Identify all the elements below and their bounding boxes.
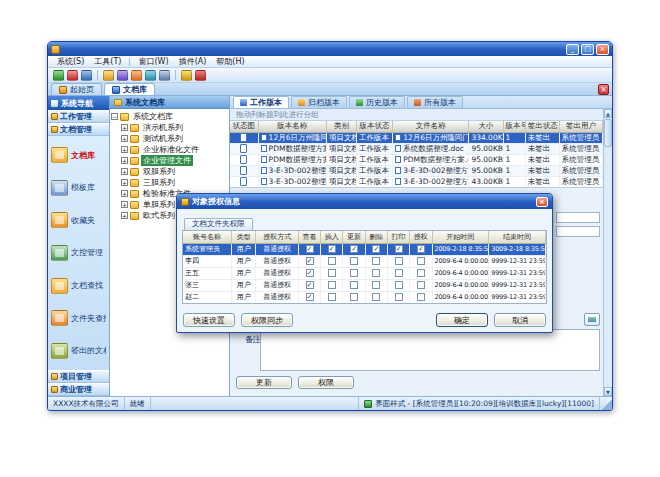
print-checkbox[interactable] <box>395 245 403 253</box>
permission-sync-button[interactable]: 权限同步 <box>241 313 293 327</box>
table-row[interactable]: PDM数据整理方案 项目文档 工作版本 系统数据整理.doc 95.00KB 1… <box>230 143 603 154</box>
detail-field[interactable] <box>556 212 600 223</box>
menu-plugins[interactable]: 插件(A) <box>174 56 212 67</box>
remark-textarea[interactable] <box>260 329 600 371</box>
grid-icon[interactable] <box>159 70 170 81</box>
expand-icon[interactable] <box>121 124 128 131</box>
expand-icon[interactable] <box>121 179 128 186</box>
menu-system[interactable]: 系统(S) <box>52 56 89 67</box>
col-version-no[interactable]: 版本号 <box>503 121 525 132</box>
browse-button[interactable] <box>584 313 600 326</box>
col-size[interactable]: 大小 <box>469 121 503 132</box>
menu-tools[interactable]: 工具(T) <box>89 56 126 67</box>
expand-icon[interactable] <box>121 212 128 219</box>
col-version-state[interactable]: 版本状态 <box>356 121 392 132</box>
tree-node-root[interactable]: 系统文档库 <box>111 111 228 122</box>
tree-node-selected[interactable]: 企业管理文件 <box>121 155 228 166</box>
nav-item-doc-search[interactable]: 文档查找 <box>50 272 107 300</box>
update-checkbox[interactable] <box>350 293 358 301</box>
tree-node[interactable]: 测试机系列 <box>121 133 228 144</box>
delete-checkbox[interactable] <box>372 257 380 265</box>
menu-help[interactable]: 帮助(H) <box>211 56 249 67</box>
tab-document-library[interactable]: 文档库 <box>104 83 155 95</box>
folder-icon[interactable] <box>103 70 114 81</box>
col-end-time[interactable]: 结束时间 <box>489 231 546 243</box>
col-start-time[interactable]: 开始时间 <box>432 231 489 243</box>
chart-icon[interactable] <box>131 70 142 81</box>
print-checkbox[interactable] <box>395 293 403 301</box>
delete-checkbox[interactable] <box>372 269 380 277</box>
perm-row[interactable]: 李四 用户 普通授权 2009-6-4 0:00:00 9999-12-31 2… <box>183 255 546 267</box>
update-checkbox[interactable] <box>350 269 358 277</box>
authorize-checkbox[interactable] <box>417 245 425 253</box>
col-file-name[interactable]: 文件名称 <box>393 121 469 132</box>
table-row[interactable]: 3-E-3D-002整理方案.C 项目文档 工作版本 3-E-3D-002整理方… <box>230 176 603 187</box>
print-checkbox[interactable] <box>395 269 403 277</box>
detail-field[interactable] <box>556 226 600 237</box>
close-tab-button[interactable] <box>598 84 609 95</box>
insert-checkbox[interactable] <box>328 245 336 253</box>
col-update[interactable]: 更新 <box>343 231 365 243</box>
menu-window[interactable]: 窗口(W) <box>133 56 173 67</box>
tab-work-version[interactable]: 工作版本 <box>233 96 289 108</box>
update-checkbox[interactable] <box>350 245 358 253</box>
view-checkbox[interactable] <box>306 293 314 301</box>
nav-item-template-library[interactable]: 模板库 <box>50 174 107 202</box>
home-icon[interactable] <box>81 70 92 81</box>
mail-icon[interactable] <box>67 70 78 81</box>
view-checkbox[interactable] <box>306 257 314 265</box>
maximize-button[interactable] <box>581 44 594 55</box>
exit-icon[interactable] <box>195 70 206 81</box>
nav-group-business[interactable]: 商业管理 <box>48 383 109 396</box>
tree-panel-header[interactable]: 系统文档库 <box>110 96 229 109</box>
nav-group-project[interactable]: 项目管理 <box>48 370 109 383</box>
col-version-name[interactable]: 版本名称 <box>258 121 326 132</box>
expand-icon[interactable] <box>121 146 128 153</box>
col-status[interactable]: 状态图 <box>230 121 258 132</box>
globe-icon[interactable] <box>53 70 64 81</box>
view-checkbox[interactable] <box>306 269 314 277</box>
col-auth-mode[interactable]: 授权方式 <box>256 231 299 243</box>
authorize-checkbox[interactable] <box>417 269 425 277</box>
close-button[interactable] <box>596 44 609 55</box>
nav-item-document-library[interactable]: 文档库 <box>50 141 107 169</box>
insert-checkbox[interactable] <box>328 257 336 265</box>
authorize-checkbox[interactable] <box>417 257 425 265</box>
print-checkbox[interactable] <box>395 257 403 265</box>
collapse-icon[interactable] <box>111 113 118 120</box>
vertical-scrollbar[interactable] <box>603 109 612 396</box>
cancel-button[interactable]: 取消 <box>494 313 546 327</box>
nav-group-work[interactable]: 工作管理 <box>48 110 109 123</box>
perm-row[interactable]: 系统管理员 用户 普通授权 2009-2-18 8:35:57 3009-2-1… <box>183 243 546 255</box>
authorize-checkbox[interactable] <box>417 281 425 289</box>
col-type[interactable]: 类型 <box>232 231 256 243</box>
col-account[interactable]: 账号名称 <box>183 231 232 243</box>
col-delete[interactable]: 删除 <box>365 231 387 243</box>
tab-all-versions[interactable]: 所有版本 <box>407 96 463 108</box>
delete-checkbox[interactable] <box>372 293 380 301</box>
scroll-up-icon[interactable] <box>604 109 612 118</box>
nav-item-folder-search[interactable]: 文件夹查找 <box>50 304 107 332</box>
col-category[interactable]: 类别 <box>326 121 356 132</box>
col-checkout-state[interactable]: 签出状态 <box>525 121 559 132</box>
titlebar[interactable] <box>48 42 612 56</box>
nav-item-checked-out-docs[interactable]: 签出的文档 <box>50 337 107 365</box>
tools-icon[interactable] <box>145 70 156 81</box>
quick-setup-button[interactable]: 快速设置 <box>183 313 235 327</box>
nav-item-favorites[interactable]: 收藏夹 <box>50 206 107 234</box>
nav-item-doc-control[interactable]: 文控管理 <box>50 239 107 267</box>
expand-icon[interactable] <box>121 168 128 175</box>
update-checkbox[interactable] <box>350 281 358 289</box>
expand-icon[interactable] <box>121 135 128 142</box>
expand-icon[interactable] <box>121 157 128 164</box>
col-view[interactable]: 查看 <box>298 231 320 243</box>
table-row[interactable]: 3-E-3D-002整理方案.doc 项目文档 工作版本 3-E-3D-002整… <box>230 165 603 176</box>
apps-icon[interactable] <box>117 70 128 81</box>
print-checkbox[interactable] <box>395 281 403 289</box>
col-checkout-user[interactable]: 签出用户 <box>559 121 602 132</box>
col-insert[interactable]: 插入 <box>321 231 343 243</box>
tree-node[interactable]: 企业标准化文件 <box>121 144 228 155</box>
tab-history-version[interactable]: 历史版本 <box>349 96 405 108</box>
col-authorize[interactable]: 授权 <box>410 231 432 243</box>
insert-checkbox[interactable] <box>328 281 336 289</box>
